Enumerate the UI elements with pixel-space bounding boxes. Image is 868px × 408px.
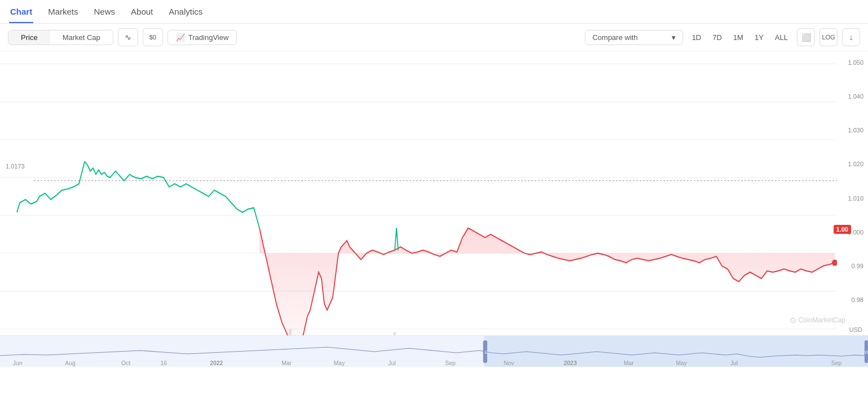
tradingview-label: TradingView — [188, 33, 229, 42]
y-label-1020: 1.020 — [848, 161, 863, 167]
main-chart-area: 1.050 1.040 1.030 1.020 1.010 1.000 0.99… — [0, 51, 868, 367]
y-label-1040: 1.040 — [848, 93, 863, 100]
tradingview-btn[interactable]: 📈 TradingView — [168, 30, 237, 45]
svg-text:16: 16 — [161, 360, 168, 366]
log-btn[interactable]: LOG — [819, 28, 838, 46]
compare-dropdown[interactable]: Compare with ▾ — [585, 30, 682, 45]
tradingview-chart-icon: 📈 — [176, 33, 185, 42]
chart-toolbar: Price Market Cap ∿ $0 📈 TradingView Comp… — [0, 24, 868, 51]
line-chart-icon-btn[interactable]: ∿ — [118, 28, 138, 46]
download-icon: ↓ — [849, 33, 853, 42]
range-navigator: II II Jun Aug Oct 16 2022 Mar May Jul Se… — [0, 335, 868, 367]
marketcap-toggle-btn[interactable]: Market Cap — [50, 30, 113, 45]
svg-text:Jun: Jun — [13, 360, 23, 366]
price-chart-svg: Oct Nov Dec 2023 Feb Mar Apr May Jun Jul… — [0, 51, 837, 367]
y-label-1050: 1.050 — [848, 59, 863, 66]
chevron-down-icon: ▾ — [672, 33, 676, 42]
line-icon: ∿ — [125, 33, 131, 42]
dollar-icon: $0 — [149, 34, 156, 41]
top-navigation: Chart Markets News About Analytics — [0, 0, 868, 24]
svg-text:Sep: Sep — [445, 360, 456, 366]
nav-markets[interactable]: Markets — [47, 3, 79, 23]
calendar-icon: ⬜ — [801, 33, 811, 42]
y-label-1010: 1.010 — [848, 195, 863, 202]
y-label-098: 0.98 — [852, 296, 863, 303]
range-chart-svg: II II Jun Aug Oct 16 2022 Mar May Jul Se… — [0, 336, 868, 367]
time-all[interactable]: ALL — [770, 30, 792, 45]
time-7d[interactable]: 7D — [708, 30, 726, 45]
calendar-btn[interactable]: ⬜ — [797, 28, 815, 46]
price-toggle-btn[interactable]: Price — [8, 30, 50, 45]
svg-text:Aug: Aug — [65, 360, 75, 366]
svg-text:II: II — [865, 349, 867, 355]
svg-text:Mar: Mar — [624, 360, 634, 366]
svg-text:2022: 2022 — [210, 360, 223, 366]
time-1y[interactable]: 1Y — [750, 30, 768, 45]
download-btn[interactable]: ↓ — [842, 28, 860, 46]
svg-text:Sep: Sep — [831, 360, 842, 366]
nav-analytics[interactable]: Analytics — [168, 3, 204, 23]
svg-text:May: May — [334, 360, 345, 366]
dollar-icon-btn[interactable]: $0 — [143, 28, 163, 46]
svg-text:May: May — [676, 360, 687, 366]
svg-text:Oct: Oct — [121, 360, 130, 366]
time-1m[interactable]: 1M — [729, 30, 748, 45]
nav-about[interactable]: About — [130, 3, 154, 23]
nav-news[interactable]: News — [93, 3, 117, 23]
svg-text:Mar: Mar — [281, 360, 292, 366]
svg-text:2023: 2023 — [564, 360, 577, 366]
compare-label: Compare with — [592, 33, 637, 42]
svg-text:Jul: Jul — [730, 360, 738, 366]
price-marketcap-toggle: Price Market Cap — [8, 30, 113, 45]
time-period-group: 1D 7D 1M 1Y ALL — [688, 30, 792, 45]
time-1d[interactable]: 1D — [688, 30, 706, 45]
svg-text:Nov: Nov — [504, 360, 514, 366]
log-label: LOG — [822, 34, 835, 41]
nav-chart[interactable]: Chart — [9, 3, 33, 23]
usd-label: USD — [849, 326, 862, 333]
svg-text:Jul: Jul — [388, 360, 395, 366]
y-label-099: 0.99 — [852, 263, 863, 269]
y-label-1030: 1.030 — [848, 127, 863, 134]
